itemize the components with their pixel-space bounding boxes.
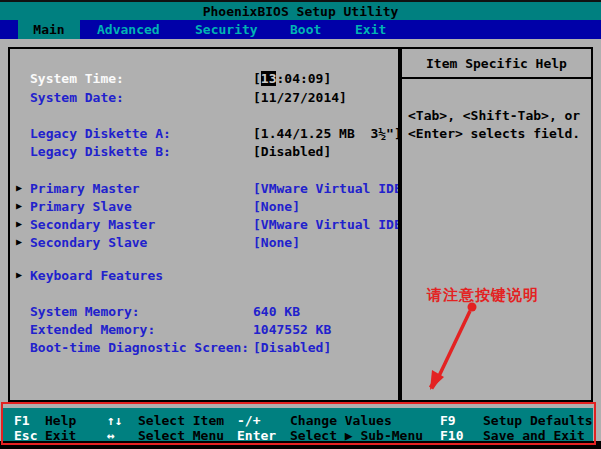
time-bracket: [ xyxy=(253,71,261,86)
tab-exit[interactable]: Exit xyxy=(355,20,386,39)
setting-value[interactable]: [VMware Virtual IDE xyxy=(253,217,398,232)
help-line-2: <Enter> selects field. xyxy=(408,126,580,141)
setting-label: Secondary Slave xyxy=(30,235,147,250)
setting-value[interactable]: [None] xyxy=(253,235,300,250)
setting-value[interactable]: [13:04:09] xyxy=(253,71,331,86)
setting-value: 1047552 KB xyxy=(253,322,331,337)
tab-security[interactable]: Security xyxy=(195,20,258,39)
setting-value[interactable]: [Disabled] xyxy=(253,144,331,159)
setting-value[interactable]: [Disabled] xyxy=(253,340,331,355)
row-primary-master[interactable]: ▶ Primary Master [VMware Virtual IDE xyxy=(0,181,396,197)
setting-value: 640 KB xyxy=(253,304,300,319)
page-title: PhoenixBIOS Setup Utility xyxy=(203,4,399,19)
annotation-highlight-box xyxy=(1,402,596,445)
row-secondary-slave[interactable]: ▶ Secondary Slave [None] xyxy=(0,235,396,251)
help-text: <Tab>, <Shift-Tab>, or<Enter> selects fi… xyxy=(402,79,591,143)
tab-boot[interactable]: Boot xyxy=(290,20,321,39)
row-system-memory: System Memory: 640 KB xyxy=(0,304,396,320)
title-bar: PhoenixBIOS Setup Utility xyxy=(0,2,601,20)
row-secondary-master[interactable]: ▶ Secondary Master [VMware Virtual IDE xyxy=(0,217,396,233)
row-system-time[interactable]: System Time: [13:04:09] xyxy=(0,71,396,87)
row-legacy-diskette-b[interactable]: Legacy Diskette B: [Disabled] xyxy=(0,144,396,160)
setting-value[interactable]: [VMware Virtual IDE xyxy=(253,181,398,196)
tab-main[interactable]: Main xyxy=(18,20,80,39)
setting-label: Extended Memory: xyxy=(30,322,155,337)
setting-label: Boot-time Diagnostic Screen: xyxy=(30,340,249,355)
menu-bar: Main Advanced Security Boot Exit xyxy=(0,20,601,39)
row-legacy-diskette-a[interactable]: Legacy Diskette A: [1.44/1.25 MB 3½"] xyxy=(0,126,396,142)
setting-label: System Time: xyxy=(30,71,124,86)
setting-label: System Memory: xyxy=(30,304,140,319)
time-hours-selected[interactable]: 13 xyxy=(261,71,277,86)
bios-setup-screen: PhoenixBIOS Setup Utility Main Advanced … xyxy=(0,0,601,449)
setting-label: Primary Master xyxy=(30,181,140,196)
submenu-arrow-icon: ▶ xyxy=(16,182,22,193)
setting-value[interactable]: [11/27/2014] xyxy=(253,90,347,105)
row-boot-time-diagnostic[interactable]: Boot-time Diagnostic Screen: [Disabled] xyxy=(0,340,396,356)
help-panel-header: Item Specific Help xyxy=(402,49,591,79)
submenu-arrow-icon: ▶ xyxy=(16,269,22,280)
submenu-arrow-icon: ▶ xyxy=(16,200,22,211)
row-primary-slave[interactable]: ▶ Primary Slave [None] xyxy=(0,199,396,215)
row-extended-memory: Extended Memory: 1047552 KB xyxy=(0,322,396,338)
setting-label: Legacy Diskette B: xyxy=(30,144,171,159)
setting-label: Secondary Master xyxy=(30,217,155,232)
tab-advanced[interactable]: Advanced xyxy=(97,20,160,39)
help-panel: Item Specific Help <Tab>, <Shift-Tab>, o… xyxy=(400,47,593,402)
setting-label: Keyboard Features xyxy=(30,268,163,283)
time-rest: :04:09] xyxy=(276,71,331,86)
row-system-date[interactable]: System Date: [11/27/2014] xyxy=(0,90,396,106)
setting-label: Primary Slave xyxy=(30,199,132,214)
row-keyboard-features[interactable]: ▶ Keyboard Features xyxy=(0,268,396,284)
help-title: Item Specific Help xyxy=(426,56,567,71)
submenu-arrow-icon: ▶ xyxy=(16,218,22,229)
setting-label: System Date: xyxy=(30,90,124,105)
submenu-arrow-icon: ▶ xyxy=(16,236,22,247)
help-line-1: <Tab>, <Shift-Tab>, or xyxy=(408,108,580,123)
setting-label: Legacy Diskette A: xyxy=(30,126,171,141)
setting-value[interactable]: [1.44/1.25 MB 3½"] xyxy=(253,126,402,141)
annotation-note: 请注意按键说明 xyxy=(427,286,539,305)
setting-value[interactable]: [None] xyxy=(253,199,300,214)
